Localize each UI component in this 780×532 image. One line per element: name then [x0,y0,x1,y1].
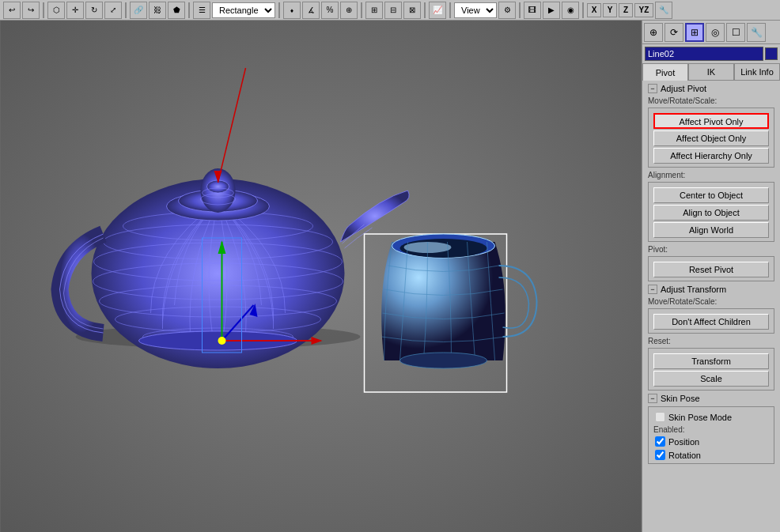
render-setup[interactable]: 🎞 [524,2,541,19]
unlink-btn[interactable]: ⛓ [149,2,166,19]
axis-z[interactable]: Z [619,3,633,17]
align-world-btn[interactable]: Align World [653,222,769,238]
enabled-label: Enabled: [650,424,772,435]
scene-svg [0,21,642,532]
color-swatch[interactable] [765,47,778,60]
affect-object-only-btn[interactable]: Affect Object Only [653,130,769,146]
alignment-group: Center to Object Align to Object Align W… [648,182,774,242]
adjust-transform-collapse[interactable]: − [648,285,657,294]
angle-snap[interactable]: ∡ [302,2,320,19]
redo-btn[interactable]: ↪ [22,2,40,19]
tabs: Pivot IK Link Info [642,63,780,81]
axis-yz[interactable]: YZ [634,3,653,17]
move-rotate-scale-label: Move/Rotate/Scale: [645,95,778,106]
rotate-btn[interactable]: ↻ [85,2,103,19]
bind-btn[interactable]: ⬟ [168,2,185,19]
sep2 [125,2,127,18]
sep5 [361,2,362,18]
dont-affect-group: Don't Affect Children [648,308,774,334]
main-toolbar: ↩ ↪ ⬡ ✛ ↻ ⤢ 🔗 ⛓ ⬟ ☰ Rectangle ⬧ ∡ % ⊕ ⊞ … [0,0,780,21]
scale-btn[interactable]: ⤢ [104,2,122,19]
dont-affect-children-btn[interactable]: Don't Affect Children [653,314,769,330]
selection-dropdown[interactable]: Rectangle [212,2,275,18]
undo-btn[interactable]: ↩ [3,2,21,19]
modify-icon-btn[interactable]: ⟳ [665,23,683,42]
active-shade[interactable]: ◉ [562,2,579,19]
tab-link-info[interactable]: Link Info [734,63,780,81]
sep7 [449,2,451,18]
affect-hierarchy-only-btn[interactable]: Affect Hierarchy Only [653,148,769,164]
move-btn[interactable]: ✛ [66,2,84,19]
tab-pivot[interactable]: Pivot [642,63,688,81]
sep6 [424,2,426,18]
svg-point-25 [218,337,226,345]
skin-pose-collapse[interactable]: − [648,394,657,403]
right-panel: ⊕ ⟳ ⊞ ◎ ☐ 🔧 Line02 Pivot IK Link Info − … [642,21,780,532]
skin-pose-mode-label: Skin Pose Mode [668,413,732,422]
adjust-pivot-title: Adjust Pivot [661,84,706,93]
view-settings[interactable]: ⚙ [498,2,516,19]
view-dropdown[interactable]: View [454,2,497,18]
curve-editor[interactable]: 📈 [429,2,446,19]
name-input[interactable]: Line02 [645,47,763,61]
skin-pose-group: Skin Pose Mode Enabled: Position Rotatio… [648,406,774,464]
skin-pose-mode-row: Skin Pose Mode [650,410,772,424]
skin-pose-section: − Skin Pose Skin Pose Mode Enabled: Posi… [645,392,778,464]
align-to-object-btn[interactable]: Align to Object [653,205,769,221]
alignment-label: Alignment: [645,169,778,180]
adjust-pivot-header: − Adjust Pivot [645,82,778,95]
display-icon-btn[interactable]: ☐ [726,23,745,42]
create-icon-btn[interactable]: ⊕ [644,23,663,42]
transform-type[interactable]: 🔧 [655,2,672,19]
transform-btn[interactable]: Transform [653,353,769,369]
affect-buttons-group: Affect Pivot Only Affect Object Only Aff… [648,108,774,168]
select-filter-btn[interactable]: ☰ [193,2,210,19]
align-btn[interactable]: ⊟ [384,2,402,19]
adjust-pivot-collapse[interactable]: − [648,84,657,93]
percent-snap[interactable]: % [321,2,339,19]
axis-y[interactable]: Y [603,3,617,17]
sep8 [519,2,521,18]
reset-pivot-btn[interactable]: Reset Pivot [653,262,769,277]
sep9 [582,2,584,18]
panel-icons: ⊕ ⟳ ⊞ ◎ ☐ 🔧 [642,21,780,44]
rotation-row: Rotation [650,448,772,462]
pivot-label: Pivot: [645,243,778,255]
adjust-pivot-section: − Adjust Pivot Move/Rotate/Scale: Affect… [645,82,778,281]
skin-pose-mode-checkbox[interactable] [655,412,665,422]
pivot-group: Reset Pivot [648,256,774,281]
skin-pose-header: − Skin Pose [645,392,778,405]
scale-btn[interactable]: Scale [653,371,769,387]
position-checkbox[interactable] [655,436,665,447]
viewport[interactable] [0,21,642,532]
adjust-transform-section: − Adjust Transform Move/Rotate/Scale: Do… [645,283,778,391]
select-btn[interactable]: ⬡ [47,2,65,19]
center-to-object-btn[interactable]: Center to Object [653,187,769,203]
motion-icon-btn[interactable]: ◎ [706,23,725,42]
panel-scroll[interactable]: − Adjust Pivot Move/Rotate/Scale: Affect… [642,81,780,532]
render-btn[interactable]: ▶ [543,2,560,19]
layer-btn[interactable]: ⊠ [403,2,421,19]
move-rotate-scale-label2: Move/Rotate/Scale: [645,296,778,307]
utilities-icon-btn[interactable]: 🔧 [747,23,766,42]
snap-toggle[interactable]: ⬧ [283,2,301,19]
skin-pose-title: Skin Pose [661,394,700,403]
hierarchy-icon-btn[interactable]: ⊞ [685,23,704,42]
position-row: Position [650,435,772,448]
rotation-label: Rotation [668,451,701,460]
rotation-checkbox[interactable] [655,450,665,460]
sep1 [43,2,44,18]
svg-point-31 [400,353,487,368]
reset-group: Transform Scale [648,348,774,391]
mirror-btn[interactable]: ⊞ [365,2,383,19]
sep4 [278,2,280,18]
axis-x[interactable]: X [587,3,601,17]
sep3 [188,2,190,18]
affect-pivot-only-btn[interactable]: Affect Pivot Only [653,113,769,129]
tab-ik[interactable]: IK [688,63,734,81]
name-row: Line02 [642,44,780,63]
main-area: ⊕ ⟳ ⊞ ◎ ☐ 🔧 Line02 Pivot IK Link Info − … [0,21,780,532]
spinner-snap[interactable]: ⊕ [340,2,358,19]
position-label: Position [668,437,699,447]
link-btn[interactable]: 🔗 [130,2,147,19]
